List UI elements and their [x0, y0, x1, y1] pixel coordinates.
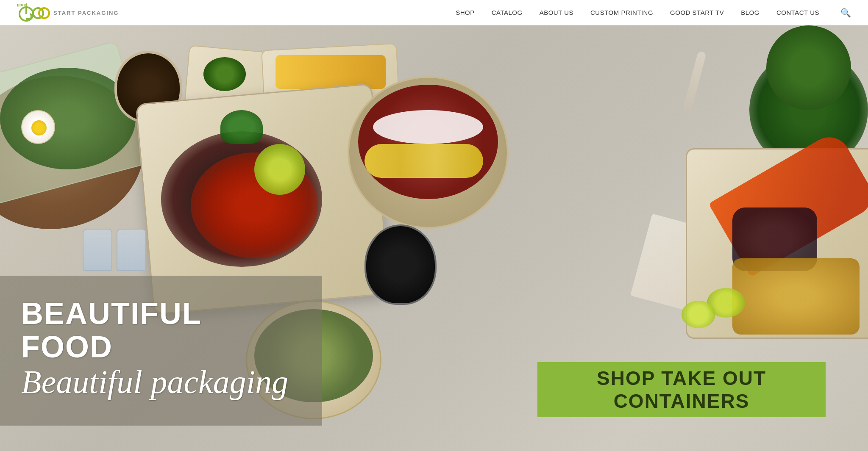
logo-area[interactable]: good START PACKAGING [17, 2, 136, 23]
logo-start-packaging: START PACKAGING [53, 10, 119, 16]
corn-decoration [275, 55, 386, 89]
mint-leaves [220, 110, 263, 144]
main-nav: SHOP CATALOG ABOUT US CUSTOM PRINTING GO… [456, 8, 851, 18]
hummus-decoration [732, 258, 860, 335]
lime-wedge-2 [682, 301, 715, 328]
site-header: good START PACKAGING SHOP CATALOG ABOUT … [0, 0, 868, 25]
shop-cta-button[interactable]: SHOP TAKE OUT CONTAINERS [537, 362, 826, 417]
nav-blog[interactable]: BLOG [741, 9, 760, 16]
nav-catalog[interactable]: CATALOG [492, 9, 523, 16]
nav-shop[interactable]: SHOP [456, 9, 475, 16]
nav-contact[interactable]: CONTACT US [776, 9, 819, 16]
logo-icon: good [17, 2, 51, 23]
drink-cup [364, 224, 437, 305]
logo-brand-text: START PACKAGING [53, 9, 119, 17]
egg-yolk [31, 120, 47, 136]
egg-decoration [21, 110, 55, 144]
lime-slices [254, 144, 305, 195]
svg-text:good: good [17, 3, 27, 7]
hero-section: BEAUTIFUL FOOD Beautiful packaging SHOP … [0, 25, 868, 451]
nav-good-start-tv[interactable]: GOOD START TV [670, 9, 724, 16]
plant-decoration-right-2 [766, 25, 851, 110]
search-button[interactable]: 🔍 [840, 8, 851, 18]
shop-cta-label: SHOP TAKE OUT CONTAINERS [537, 367, 826, 412]
banana-slices [364, 144, 483, 178]
salt-shaker [83, 229, 112, 271]
nav-about[interactable]: ABOUT US [540, 9, 573, 16]
hero-text-overlay: BEAUTIFUL FOOD Beautiful packaging [0, 276, 322, 426]
hero-title-main: BEAUTIFUL FOOD [21, 297, 297, 364]
hero-title-italic: Beautiful packaging [21, 364, 297, 400]
nav-custom-printing[interactable]: CUSTOM PRINTING [590, 9, 653, 16]
bowl-white-topping [373, 110, 483, 144]
search-icon: 🔍 [840, 8, 851, 17]
avocado-decoration [203, 57, 246, 91]
pepper-shaker [117, 229, 146, 271]
